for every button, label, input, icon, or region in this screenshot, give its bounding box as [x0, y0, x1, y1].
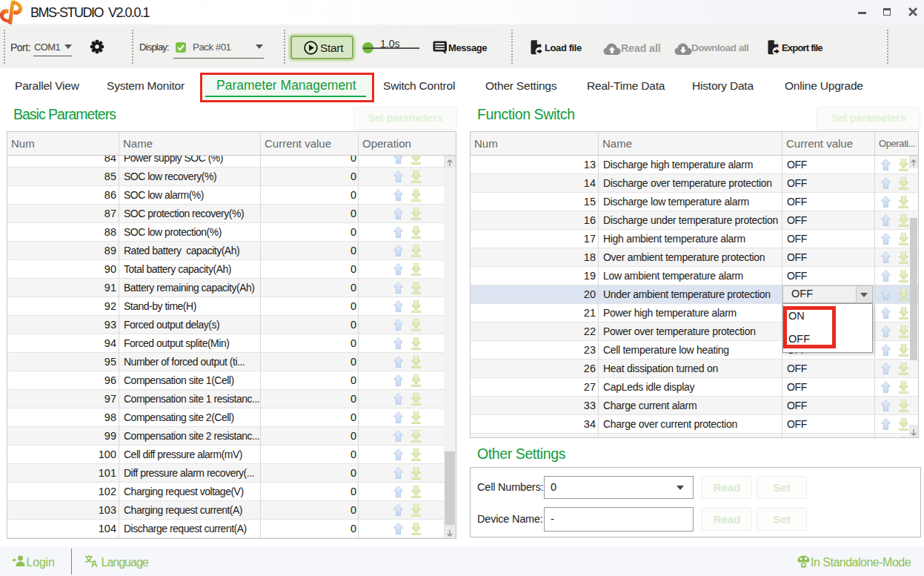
svg-text:A: A: [91, 559, 98, 568]
